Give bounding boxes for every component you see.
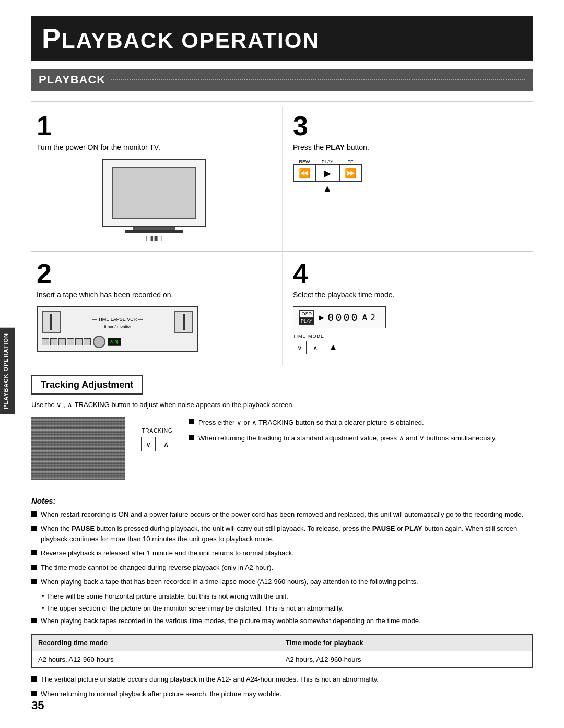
tracking-buttons-section: TRACKING ∨ ∧ [141,417,173,451]
tracking-label: TRACKING [142,428,173,434]
tracking-noise-image [31,417,125,480]
note-item-0: When restart recording is ON and a power… [31,509,533,520]
ff-button[interactable]: ⏩ [339,164,362,182]
step-3-block: 3 Press the PLAY button. REW ⏪ PLAY ▶ [282,107,533,251]
bullet-note-3 [31,565,37,570]
banner-label: PLAYBACK [39,73,105,87]
bullet-note-0 [31,511,37,517]
step-2-number: 2 [37,260,272,287]
title-bar: PLAYBACK OPERATION [31,16,533,61]
note-item-2: Reverse playback is released after 1 min… [31,548,533,558]
page-title: PLAYBACK OPERATION [42,22,522,54]
bullet-2 [189,435,194,440]
sidebar-tab: PLAYBACK OPERATION [0,328,15,414]
note-item-last: When playing back tapes recorded in the … [31,616,533,626]
vcr-illustration: — TIME LAPSE VCR — timer / monitor [37,306,198,352]
step-4-number: 4 [293,260,522,287]
note-item-4: When playing back a tape that has been r… [31,577,533,587]
steps-grid: 1 Turn the power ON for the monitor TV. … [31,101,533,365]
step-1-text: Turn the power ON for the monitor TV. [37,142,272,153]
notes-section: Notes: When restart recording is ON and … [31,491,533,626]
table-col1-header: Recording time mode [32,635,279,651]
step-2-text: Insert a tape which has been recorded on… [37,290,272,301]
tracking-note-1: Press either ∨ or ∧ TRACKING button so t… [189,417,533,428]
tracking-description: Use the ∨ , ∧ TRACKING button to adjust … [31,400,533,410]
banner-decoration [111,79,525,80]
table-cell-0-1: A2 hours, A12-960-hours [279,651,532,668]
tracking-heading: Tracking Adjustment [41,379,133,390]
bullet-bottom-0 [31,676,37,682]
step-4-block: 4 Select the playback time mode. OSD PLA… [282,251,533,365]
table-row-0: A2 hours, A12-960-hours A2 hours, A12-96… [32,651,533,668]
time-mode-section: TIME MODE ∨ ∧ ▲ [293,333,522,354]
time-mode-down-btn[interactable]: ∨ [293,341,307,354]
bottom-notes: The vertical picture unstable occurs dur… [31,674,533,699]
rew-button[interactable]: ⏪ [293,164,316,182]
notes-heading: Notes: [31,496,533,505]
display-illustration: OSD PLAY ▶ 0000 A 2 " [293,306,386,328]
recording-table: Recording time mode Time mode for playba… [31,634,533,668]
note-item-1: When the PAUSE button is pressed during … [31,523,533,544]
table-col2-header: Time mode for playback [279,635,532,651]
bullet-bottom-1 [31,691,37,696]
tv-illustration: ||||||||||||| [102,159,206,241]
step-4-text: Select the playback time mode. [293,290,522,301]
step-1-block: 1 Turn the power ON for the monitor TV. … [31,107,282,251]
page-number: 35 [31,699,44,712]
playback-banner: PLAYBACK [31,69,533,91]
tracking-content: TRACKING ∨ ∧ Press either ∨ or ∧ TRACKIN… [31,417,533,480]
step-1-number: 1 [37,112,272,139]
note-sub-1: • The upper section of the picture on th… [31,603,533,614]
tracking-notes: Press either ∨ or ∧ TRACKING button so t… [189,417,533,445]
note-sub-0: • There will be some horizontal picture … [31,591,533,602]
time-mode-up-btn[interactable]: ∧ [309,341,322,354]
note-item-3: The time mode cannot be changed during r… [31,563,533,573]
bullet-note-4 [31,579,37,584]
bullet-note-last [31,618,37,623]
time-mode-arrow: ▲ [328,342,338,353]
tracking-up-btn[interactable]: ∧ [159,437,173,451]
bullet-1 [189,419,194,424]
play-arrow-indicator: ▲ [323,183,332,194]
tracking-btn-group: ∨ ∧ [141,437,173,451]
step-3-number: 3 [293,112,522,139]
play-label: PLAY [322,159,333,164]
step-2-block: 2 Insert a tape which has been recorded … [31,251,282,365]
tracking-note-2: When returning the tracking to a standar… [189,433,533,444]
rew-label: REW [299,159,310,164]
step-3-text: Press the PLAY button. [293,142,522,153]
bullet-note-1 [31,526,37,531]
bottom-note-1: When returning to normal playback after … [31,689,533,699]
bullet-note-2 [31,550,37,555]
bottom-note-0: The vertical picture unstable occurs dur… [31,674,533,685]
ff-label: FF [348,159,354,164]
tracking-down-btn[interactable]: ∨ [141,437,156,451]
tracking-heading-box: Tracking Adjustment [31,375,533,395]
table-cell-0-0: A2 hours, A12-960-hours [32,651,279,668]
play-button[interactable]: ▶ [316,164,339,182]
